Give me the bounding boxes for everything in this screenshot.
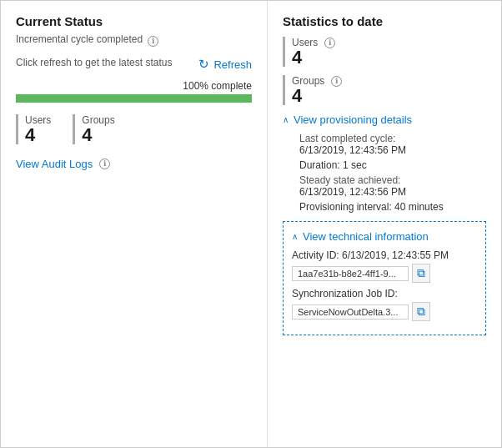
tech-info-content: Activity ID: 6/13/2019, 12:43:55 PM ⧉ Sy… — [292, 249, 477, 321]
audit-info-icon: ℹ — [99, 159, 110, 169]
sync-job-row: Synchronization Job ID: ⧉ — [292, 288, 477, 321]
current-status-title: Current Status — [16, 14, 252, 28]
right-users-stat-box: Users ℹ 4 — [283, 37, 486, 67]
tech-info-chevron-icon: ∧ — [292, 232, 298, 241]
groups-stat-box: Groups 4 — [73, 114, 119, 144]
click-refresh-row: Click refresh to get the latest status ↻… — [16, 57, 252, 72]
subtitle-info-icon: ℹ — [148, 36, 158, 47]
steady-state-label: Steady state achieved: — [299, 174, 400, 186]
activity-id-row: Activity ID: 6/13/2019, 12:43:55 PM ⧉ — [292, 249, 477, 283]
sync-job-label: Synchronization Job ID: — [292, 288, 398, 300]
activity-id-input[interactable] — [292, 266, 409, 281]
tech-info-label: View technical information — [303, 230, 429, 243]
right-users-value: 4 — [292, 47, 302, 68]
interval-line: Provisioning interval: 40 minutes — [296, 201, 486, 213]
sync-job-copy-button[interactable]: ⧉ — [412, 302, 430, 321]
sync-job-input[interactable] — [292, 305, 409, 320]
subtitle-row: Incremental cycle completed ℹ — [16, 33, 158, 48]
copy-icon-2: ⧉ — [417, 305, 425, 319]
provisioning-details-label: View provisioning details — [294, 113, 412, 126]
right-groups-stat-box: Groups ℹ 4 — [283, 75, 486, 105]
groups-value: 4 — [82, 124, 92, 145]
last-cycle-label: Last completed cycle: — [299, 133, 395, 144]
left-panel: Current Status Incremental cycle complet… — [1, 1, 268, 447]
audit-logs-label: View Audit Logs — [16, 158, 93, 170]
provisioning-chevron-icon: ∧ — [283, 115, 289, 124]
right-panel: Statistics to date Users ℹ 4 Groups ℹ 4 — [268, 1, 501, 447]
provisioning-details-section: ∧ View provisioning details Last complet… — [283, 113, 486, 213]
last-cycle-line: Last completed cycle: 6/13/2019, 12:43:5… — [296, 133, 486, 156]
refresh-button[interactable]: ↻ Refresh — [198, 57, 252, 72]
right-users-info-icon: ℹ — [324, 38, 335, 48]
progress-label: 100% complete — [16, 80, 252, 92]
provisioning-details-header[interactable]: ∧ View provisioning details — [283, 113, 486, 126]
last-cycle-value: 6/13/2019, 12:43:56 PM — [299, 144, 406, 156]
refresh-row: Incremental cycle completed ℹ — [16, 33, 252, 48]
tech-info-header[interactable]: ∧ View technical information — [292, 230, 477, 243]
right-groups-value: 4 — [292, 85, 302, 106]
progress-bar-fill — [16, 94, 252, 103]
activity-id-label: Activity ID: 6/13/2019, 12:43:55 PM — [292, 249, 449, 261]
users-stat-box: Users 4 — [16, 114, 56, 144]
refresh-label: Refresh — [213, 58, 252, 71]
steady-state-line: Steady state achieved: 6/13/2019, 12:43:… — [296, 174, 486, 198]
activity-id-copy-button[interactable]: ⧉ — [412, 264, 430, 283]
audit-logs-link[interactable]: View Audit Logs — [16, 158, 93, 170]
copy-icon-1: ⧉ — [417, 266, 425, 280]
stats-row: Users 4 Groups 4 — [16, 114, 252, 144]
duration-line: Duration: 1 sec — [296, 159, 486, 171]
users-value: 4 — [25, 124, 35, 145]
stats-to-date-title: Statistics to date — [283, 14, 486, 28]
right-groups-info-icon: ℹ — [331, 76, 342, 87]
refresh-icon: ↻ — [198, 57, 209, 72]
provisioning-details-content: Last completed cycle: 6/13/2019, 12:43:5… — [283, 133, 486, 213]
audit-logs-row: View Audit Logs ℹ — [16, 158, 252, 170]
steady-state-value: 6/13/2019, 12:43:56 PM — [299, 186, 406, 198]
sync-job-field: ⧉ — [292, 302, 477, 321]
subtitle-text: Incremental cycle completed — [16, 33, 143, 45]
progress-bar-bg — [16, 94, 252, 103]
activity-id-field: ⧉ — [292, 264, 477, 283]
tech-info-section: ∧ View technical information Activity ID… — [283, 221, 486, 335]
click-refresh-text: Click refresh to get the latest status — [16, 57, 172, 68]
